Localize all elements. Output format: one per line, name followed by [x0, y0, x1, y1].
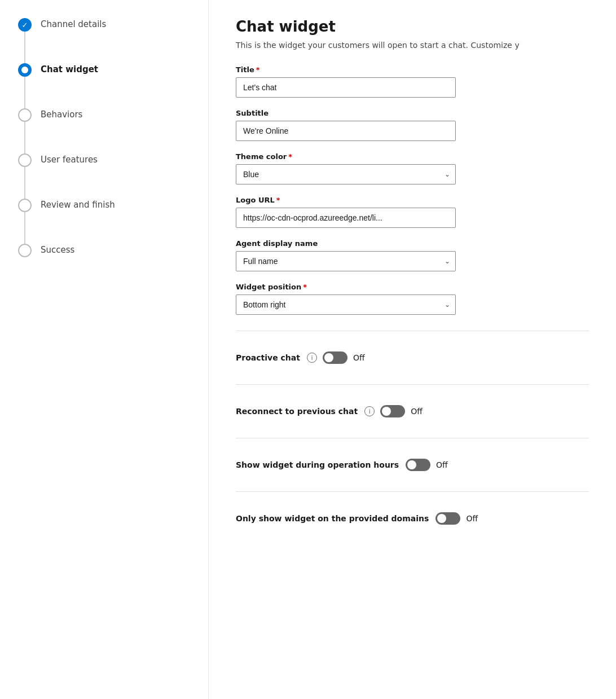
- show-widget-hours-thumb: [407, 460, 416, 469]
- step-circle-behaviors: [18, 108, 32, 122]
- step-connector-review-and-finish: [18, 199, 32, 244]
- widget-position-select[interactable]: Bottom right Bottom left Top right Top l…: [236, 294, 456, 315]
- show-widget-domains-track: [435, 512, 460, 525]
- step-circle-review-and-finish: [18, 199, 32, 212]
- step-label-chat-widget: Chat widget: [41, 63, 98, 106]
- show-widget-hours-track: [406, 459, 430, 471]
- divider-3: [236, 438, 589, 438]
- title-label: Title*: [236, 65, 589, 74]
- sidebar-item-success[interactable]: Success: [18, 244, 208, 257]
- reconnect-chat-toggle[interactable]: [380, 405, 405, 417]
- check-icon: ✓: [22, 21, 28, 29]
- reconnect-chat-row: Reconnect to previous chat i Off: [236, 401, 589, 422]
- logo-url-input[interactable]: [236, 208, 456, 228]
- agent-display-name-select[interactable]: Full name Nickname Display name: [236, 251, 456, 271]
- proactive-chat-info-icon[interactable]: i: [307, 353, 317, 363]
- widget-position-field-group: Widget position* Bottom right Bottom lef…: [236, 283, 589, 315]
- step-connector-chat-widget: [18, 63, 32, 108]
- agent-display-name-field-group: Agent display name Full name Nickname Di…: [236, 239, 589, 271]
- logo-url-required-star: *: [276, 196, 280, 204]
- step-label-channel-details: Channel details: [41, 18, 106, 61]
- subtitle-input[interactable]: [236, 121, 456, 141]
- step-connector-user-features: [18, 153, 32, 199]
- active-dot: [21, 67, 28, 73]
- show-widget-domains-label: Only show widget on the provided domains: [236, 514, 429, 523]
- show-widget-hours-label: Show widget during operation hours: [236, 460, 399, 469]
- divider-4: [236, 491, 589, 492]
- proactive-chat-track: [323, 351, 347, 364]
- step-label-behaviors: Behaviors: [41, 108, 82, 151]
- agent-display-name-label: Agent display name: [236, 239, 589, 248]
- step-connector-success: [18, 244, 32, 257]
- step-line-user-features: [24, 167, 25, 199]
- show-widget-domains-row: Only show widget on the provided domains…: [236, 508, 589, 529]
- logo-url-label: Logo URL*: [236, 196, 589, 204]
- reconnect-chat-thumb: [382, 407, 391, 416]
- step-label-user-features: User features: [41, 153, 98, 196]
- step-connector-channel-details: ✓: [18, 18, 32, 63]
- show-widget-hours-off-label: Off: [436, 460, 448, 469]
- divider-2: [236, 384, 589, 385]
- step-line-behaviors: [24, 122, 25, 153]
- theme-color-required-star: *: [288, 152, 292, 161]
- proactive-chat-row: Proactive chat i Off: [236, 347, 589, 368]
- main-content: Chat widget This is the widget your cust…: [209, 0, 616, 699]
- reconnect-chat-track: [380, 405, 405, 417]
- step-line-chat-widget: [24, 77, 25, 108]
- show-widget-domains-toggle[interactable]: [435, 512, 460, 525]
- reconnect-chat-off-label: Off: [411, 407, 423, 416]
- proactive-chat-label: Proactive chat: [236, 353, 300, 362]
- proactive-chat-toggle[interactable]: [323, 351, 347, 364]
- step-circle-channel-details: ✓: [18, 18, 32, 32]
- widget-position-required-star: *: [303, 283, 307, 291]
- step-circle-user-features: [18, 153, 32, 167]
- step-label-review-and-finish: Review and finish: [41, 199, 115, 241]
- subtitle-field-group: Subtitle: [236, 109, 589, 141]
- divider-1: [236, 331, 589, 331]
- theme-color-select[interactable]: Blue Red Green Purple: [236, 164, 456, 184]
- step-connector-behaviors: [18, 108, 32, 153]
- title-field-group: Title*: [236, 65, 589, 98]
- show-widget-domains-off-label: Off: [466, 514, 478, 523]
- theme-color-field-group: Theme color* Blue Red Green Purple ⌄: [236, 152, 589, 184]
- sidebar-item-chat-widget[interactable]: Chat widget: [18, 63, 208, 108]
- step-circle-success: [18, 244, 32, 257]
- proactive-chat-off-label: Off: [353, 353, 365, 362]
- step-line-channel-details: [24, 32, 25, 63]
- widget-position-select-wrapper: Bottom right Bottom left Top right Top l…: [236, 294, 456, 315]
- step-circle-chat-widget: [18, 63, 32, 77]
- agent-display-name-select-wrapper: Full name Nickname Display name ⌄: [236, 251, 456, 271]
- reconnect-chat-info-icon[interactable]: i: [364, 406, 375, 416]
- sidebar-item-review-and-finish[interactable]: Review and finish: [18, 199, 208, 244]
- step-line-review-and-finish: [24, 212, 25, 244]
- subtitle-label: Subtitle: [236, 109, 589, 117]
- show-widget-hours-toggle[interactable]: [406, 459, 430, 471]
- theme-color-select-wrapper: Blue Red Green Purple ⌄: [236, 164, 456, 184]
- show-widget-domains-thumb: [437, 514, 446, 523]
- logo-url-field-group: Logo URL*: [236, 196, 589, 228]
- show-widget-hours-row: Show widget during operation hours Off: [236, 454, 589, 476]
- title-input[interactable]: [236, 77, 456, 98]
- proactive-chat-thumb: [324, 353, 333, 362]
- page-description: This is the widget your customers will o…: [236, 41, 589, 50]
- sidebar-item-user-features[interactable]: User features: [18, 153, 208, 199]
- page-title: Chat widget: [236, 18, 589, 35]
- sidebar-item-channel-details[interactable]: ✓Channel details: [18, 18, 208, 63]
- step-label-success: Success: [41, 244, 74, 255]
- title-required-star: *: [256, 65, 260, 74]
- widget-position-label: Widget position*: [236, 283, 589, 291]
- reconnect-chat-label: Reconnect to previous chat: [236, 407, 358, 416]
- sidebar-item-behaviors[interactable]: Behaviors: [18, 108, 208, 153]
- theme-color-label: Theme color*: [236, 152, 589, 161]
- sidebar: ✓Channel detailsChat widgetBehaviorsUser…: [0, 0, 209, 699]
